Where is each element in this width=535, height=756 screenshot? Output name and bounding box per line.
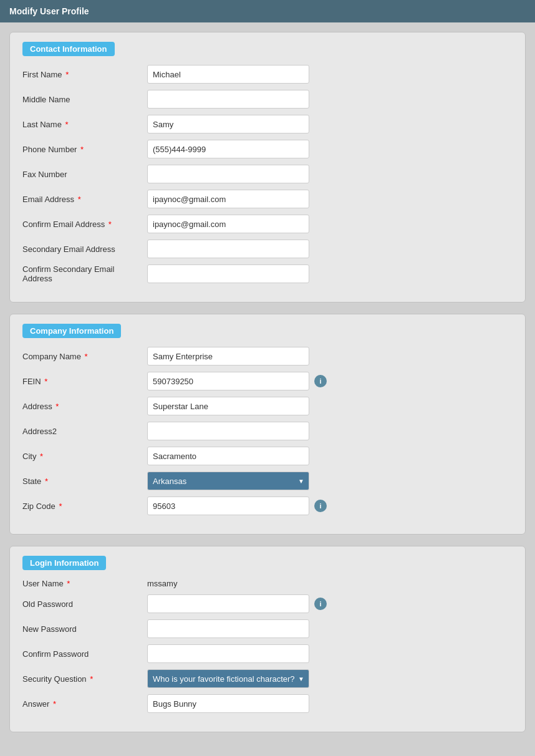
address-input[interactable]	[147, 397, 309, 415]
secondary-email-input[interactable]	[147, 240, 309, 258]
fax-number-label: Fax Number	[22, 170, 147, 179]
new-password-input[interactable]	[147, 619, 309, 638]
zip-info-icon[interactable]: i	[314, 500, 327, 512]
state-label: State *	[22, 477, 147, 486]
contact-section: Contact Information First Name * Middle …	[9, 32, 526, 303]
phone-number-input[interactable]	[147, 140, 309, 158]
old-password-label: Old Password	[22, 599, 147, 609]
old-password-row: Old Password i	[22, 594, 513, 613]
username-value: mssamy	[147, 579, 177, 588]
address2-input[interactable]	[147, 422, 309, 440]
state-select-wrapper: Arkansas California Texas New York Flori…	[147, 472, 309, 490]
confirm-email-input[interactable]	[147, 215, 309, 233]
city-label: City *	[22, 452, 147, 461]
old-password-input[interactable]	[147, 594, 309, 613]
phone-required: *	[80, 145, 84, 154]
address2-label: Address2	[22, 427, 147, 436]
state-select[interactable]: Arkansas California Texas New York Flori…	[147, 472, 309, 490]
security-question-row: Security Question * Who is your favorite…	[22, 669, 513, 688]
zip-code-label: Zip Code *	[22, 502, 147, 511]
fein-label: FEIN *	[22, 377, 147, 386]
confirm-secondary-email-row: Confirm Secondary Email Address	[22, 264, 513, 283]
contact-section-header: Contact Information	[22, 42, 115, 56]
username-label: User Name *	[22, 579, 147, 588]
confirm-secondary-email-label: Confirm Secondary Email Address	[22, 264, 147, 283]
security-question-select-wrapper: Who is your favorite fictional character…	[147, 669, 309, 688]
confirm-secondary-email-input[interactable]	[147, 264, 309, 283]
last-name-row: Last Name *	[22, 115, 513, 133]
old-password-info-icon[interactable]: i	[314, 598, 327, 610]
answer-row: Answer *	[22, 694, 513, 713]
fein-input[interactable]	[147, 372, 309, 390]
company-name-input[interactable]	[147, 347, 309, 366]
company-section-header: Company Information	[22, 324, 121, 338]
answer-label: Answer *	[22, 699, 147, 709]
confirm-email-required: *	[108, 220, 112, 229]
new-password-row: New Password	[22, 619, 513, 638]
last-name-input[interactable]	[147, 115, 309, 133]
email-label: Email Address *	[22, 195, 147, 204]
zip-code-input[interactable]	[147, 497, 309, 515]
username-row: User Name * mssamy	[22, 579, 513, 588]
zip-code-row: Zip Code * i	[22, 497, 513, 515]
confirm-email-row: Confirm Email Address *	[22, 215, 513, 233]
answer-input[interactable]	[147, 694, 309, 713]
middle-name-row: Middle Name	[22, 90, 513, 109]
last-name-label: Last Name *	[22, 120, 147, 129]
fax-number-input[interactable]	[147, 165, 309, 183]
first-name-required: *	[65, 70, 69, 79]
save-button-wrapper: SAVE	[9, 744, 526, 756]
first-name-label: First Name *	[22, 70, 147, 79]
security-question-select[interactable]: Who is your favorite fictional character…	[147, 669, 309, 688]
company-name-label: Company Name *	[22, 352, 147, 361]
first-name-row: First Name *	[22, 65, 513, 84]
email-required: *	[78, 195, 81, 204]
phone-number-row: Phone Number *	[22, 140, 513, 158]
middle-name-input[interactable]	[147, 90, 309, 109]
address-row: Address *	[22, 397, 513, 415]
address2-row: Address2	[22, 422, 513, 440]
new-password-label: New Password	[22, 624, 147, 634]
last-name-required: *	[65, 120, 68, 129]
secondary-email-row: Secondary Email Address	[22, 240, 513, 258]
state-row: State * Arkansas California Texas New Yo…	[22, 472, 513, 490]
confirm-password-label: Confirm Password	[22, 649, 147, 659]
city-row: City *	[22, 447, 513, 465]
first-name-input[interactable]	[147, 65, 309, 84]
fein-info-icon[interactable]: i	[314, 375, 327, 387]
phone-number-label: Phone Number *	[22, 145, 147, 154]
login-section: Login Information User Name * mssamy Old…	[9, 546, 526, 732]
page-title: Modify User Profile	[9, 6, 89, 16]
email-input[interactable]	[147, 190, 309, 208]
security-question-label: Security Question *	[22, 674, 147, 684]
company-section: Company Information Company Name * FEIN …	[9, 314, 526, 535]
fein-row: FEIN * i	[22, 372, 513, 390]
title-bar: Modify User Profile	[0, 0, 535, 22]
middle-name-label: Middle Name	[22, 95, 147, 104]
login-section-header: Login Information	[22, 556, 106, 570]
company-name-row: Company Name *	[22, 347, 513, 366]
confirm-password-input[interactable]	[147, 644, 309, 663]
fax-number-row: Fax Number	[22, 165, 513, 183]
address-label: Address *	[22, 402, 147, 411]
secondary-email-label: Secondary Email Address	[22, 245, 147, 254]
confirm-email-label: Confirm Email Address *	[22, 220, 147, 229]
confirm-password-row: Confirm Password	[22, 644, 513, 663]
city-input[interactable]	[147, 447, 309, 465]
email-row: Email Address *	[22, 190, 513, 208]
